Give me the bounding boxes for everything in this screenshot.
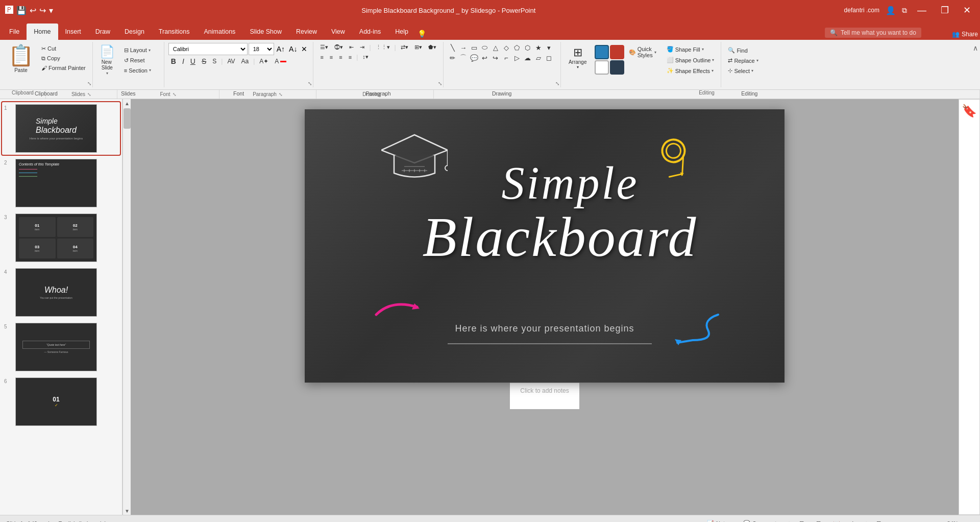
- restore-button[interactable]: ❐: [937, 5, 953, 16]
- underline-button[interactable]: U: [188, 56, 198, 66]
- shape-block-arrow[interactable]: ▷: [512, 53, 522, 62]
- tab-insert[interactable]: Insert: [58, 23, 88, 40]
- bullets-button[interactable]: ☰▾: [317, 43, 331, 52]
- paragraph-expand-icon[interactable]: ⤡: [438, 81, 442, 86]
- slide-sorter-button[interactable]: ⊟: [813, 519, 824, 522]
- collapse-ribbon-button[interactable]: ∧: [973, 44, 978, 52]
- user-account[interactable]: defantri .com: [844, 7, 879, 14]
- shape-hex[interactable]: ⬡: [523, 43, 533, 52]
- share-button[interactable]: 👥 Share: [952, 31, 978, 38]
- para-expand-arrow[interactable]: ⤡: [279, 92, 283, 97]
- columns-button[interactable]: ⋮⋮▾: [373, 43, 393, 52]
- tab-design[interactable]: Design: [117, 23, 152, 40]
- fit-slide-button[interactable]: ⊡: [873, 519, 884, 522]
- tab-home[interactable]: Home: [27, 23, 58, 40]
- qs-cell-1[interactable]: [595, 45, 609, 59]
- language-indicator[interactable]: English (Indonesia): [58, 520, 106, 523]
- canvas-area[interactable]: Simple Blackboard: [131, 99, 959, 515]
- shape-triangle[interactable]: △: [491, 43, 501, 52]
- align-text-button[interactable]: ⊞▾: [412, 43, 425, 52]
- redo-icon[interactable]: ↪: [39, 6, 46, 15]
- text-direction-button[interactable]: ⇄▾: [398, 43, 411, 52]
- slide-item-6[interactable]: 6 01 ✓: [2, 375, 120, 428]
- shape-parallelogram[interactable]: ▱: [533, 53, 544, 62]
- shape-callout[interactable]: 💬: [469, 53, 479, 62]
- increase-indent-button[interactable]: ⇥: [357, 43, 367, 52]
- slideshow-button[interactable]: ▶: [849, 519, 860, 522]
- slide-item-3[interactable]: 3 01 item 02 item 03 item: [2, 211, 120, 264]
- tab-file[interactable]: File: [2, 23, 27, 40]
- copy-button[interactable]: ⧉ Copy: [39, 54, 88, 63]
- tab-draw[interactable]: Draw: [88, 23, 117, 40]
- shape-outline-button[interactable]: ⬜ Shape Outline ▾: [664, 56, 717, 64]
- shape-rect[interactable]: ▭: [469, 43, 479, 52]
- align-center-button[interactable]: ≡: [327, 53, 335, 61]
- minimize-button[interactable]: —: [913, 5, 930, 16]
- reset-button[interactable]: ↺ Reset: [121, 56, 154, 65]
- notes-area[interactable]: Click to add notes: [510, 383, 579, 409]
- tab-transitions[interactable]: Transitions: [152, 23, 197, 40]
- find-button[interactable]: 🔍 Find: [725, 46, 761, 55]
- slide-item-4[interactable]: 4 Whoa! You can put the presentation: [2, 266, 120, 319]
- justify-button[interactable]: ≡: [346, 53, 354, 61]
- new-slide-dropdown-arrow[interactable]: ▾: [106, 71, 108, 76]
- paste-button[interactable]: 📋 Paste: [4, 43, 38, 73]
- reading-view-button[interactable]: 📖: [830, 519, 843, 522]
- replace-button[interactable]: ⇄ Replace ▾: [725, 56, 761, 65]
- customize-qat-icon[interactable]: ▾: [49, 6, 53, 15]
- scroll-thumb[interactable]: [124, 108, 131, 129]
- drawing-expand-icon[interactable]: ⤡: [555, 81, 559, 86]
- numbering-button[interactable]: ⓵▾: [332, 43, 346, 52]
- user-avatar[interactable]: 👤: [886, 6, 896, 15]
- align-right-button[interactable]: ≡: [336, 53, 345, 61]
- tab-addins[interactable]: Add-ins: [352, 23, 388, 40]
- shape-cloud[interactable]: ☁: [523, 53, 533, 62]
- italic-button[interactable]: I: [180, 56, 187, 66]
- shape-freeform[interactable]: ✏: [448, 53, 458, 62]
- shape-effects-button[interactable]: ✨ Shape Effects ▾: [664, 66, 717, 75]
- slide-item-5[interactable]: 5 "Quote text here" — Someone Famous: [2, 321, 120, 373]
- slides-expand-arrow[interactable]: ⤡: [87, 92, 91, 97]
- text-highlight-button[interactable]: A✦: [257, 57, 271, 66]
- tab-slideshow[interactable]: Slide Show: [242, 23, 289, 40]
- decrease-indent-button[interactable]: ⇤: [347, 43, 356, 52]
- slide-canvas[interactable]: Simple Blackboard: [305, 109, 785, 383]
- close-button[interactable]: ✕: [959, 5, 975, 16]
- select-button[interactable]: ⊹ Select ▾: [725, 66, 761, 75]
- slide-item-1[interactable]: 1 SimpleBlackboard Here is where your pr…: [2, 102, 120, 155]
- tab-help[interactable]: Help: [388, 23, 415, 40]
- shape-circle[interactable]: ⬭: [480, 43, 490, 52]
- restore-window-icon[interactable]: ⧉: [902, 6, 907, 15]
- char-spacing-button[interactable]: AV: [225, 57, 237, 66]
- arrange-button[interactable]: ⊞ Arrange ▾: [565, 45, 591, 70]
- font-family-select[interactable]: Calibri: [168, 43, 248, 55]
- slide-item-2[interactable]: 2 Contents of this Template ━━━━━━━━━━━━…: [2, 157, 120, 209]
- shape-arrow[interactable]: →: [458, 43, 469, 52]
- shape-curve[interactable]: ⌒: [458, 53, 469, 62]
- convert-smartart-button[interactable]: ⬟▾: [426, 43, 439, 52]
- font-expand-arrow[interactable]: ⤡: [173, 92, 177, 97]
- shape-star[interactable]: ★: [533, 43, 544, 52]
- paste-icon[interactable]: 📋: [4, 43, 38, 67]
- shape-curved-arrow[interactable]: ↩: [480, 53, 490, 62]
- shape-u-turn[interactable]: ↪: [491, 53, 501, 62]
- shape-diamond[interactable]: ◇: [501, 43, 511, 52]
- format-painter-button[interactable]: 🖌 Format Painter: [39, 64, 88, 72]
- qs-cell-2[interactable]: [610, 45, 624, 59]
- undo-icon[interactable]: ↩: [30, 6, 36, 15]
- strikethrough-button[interactable]: S: [199, 56, 209, 66]
- comments-button[interactable]: 💬 Comments: [740, 519, 782, 522]
- shapes-more[interactable]: ▾: [544, 43, 554, 52]
- cut-button[interactable]: ✂ Cut: [39, 44, 88, 53]
- font-expand-icon[interactable]: ⤡: [308, 81, 312, 86]
- qs-cell-4[interactable]: [610, 60, 624, 75]
- save-icon[interactable]: 💾: [16, 6, 27, 15]
- font-size-select[interactable]: 18: [249, 43, 274, 55]
- clear-format-button[interactable]: ✕: [300, 44, 309, 54]
- scroll-down-button[interactable]: ▼: [123, 507, 131, 515]
- quick-styles-button[interactable]: 🎨 QuickStyles ▾: [626, 45, 659, 59]
- tab-review[interactable]: Review: [289, 23, 324, 40]
- shape-line[interactable]: ╲: [448, 43, 458, 52]
- accessibility-icon[interactable]: ✓: [45, 520, 50, 522]
- text-shadow-button[interactable]: S: [210, 57, 219, 66]
